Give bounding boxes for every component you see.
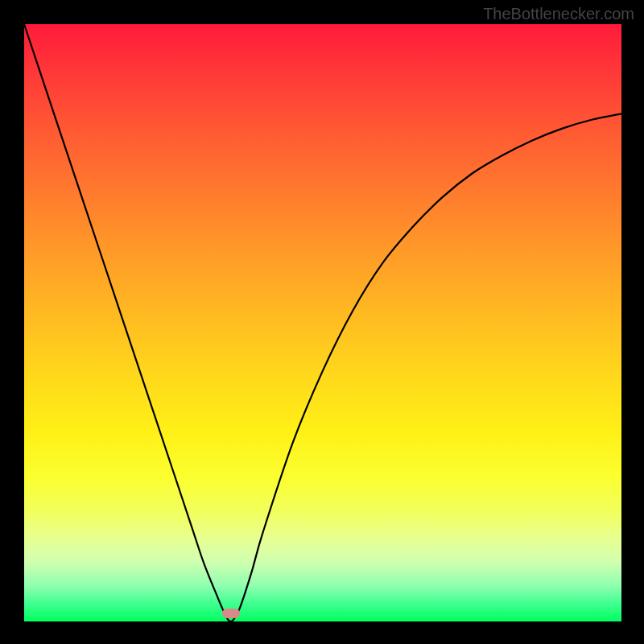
watermark-text: TheBottlenecker.com	[483, 5, 634, 23]
bottleneck-curve	[24, 24, 621, 621]
chart-frame: TheBottlenecker.com	[0, 0, 644, 644]
minimum-marker	[222, 609, 240, 618]
curve-layer	[0, 0, 644, 644]
